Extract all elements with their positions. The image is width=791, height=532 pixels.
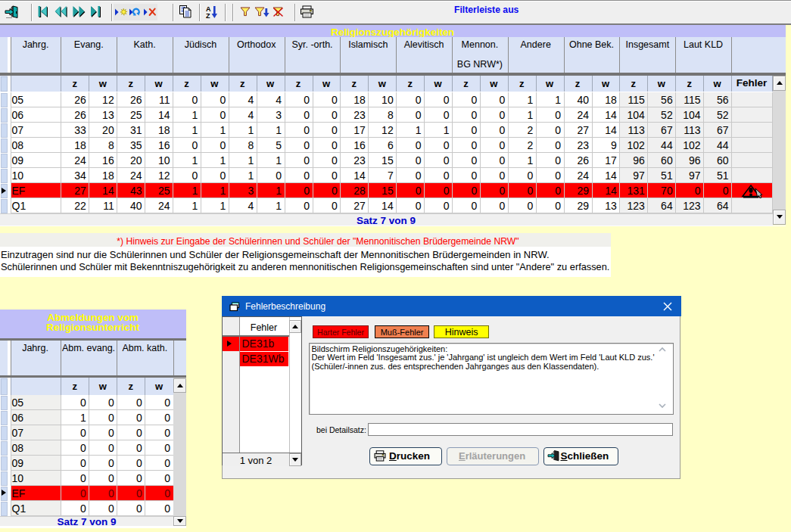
svg-text:Z: Z (206, 12, 210, 19)
